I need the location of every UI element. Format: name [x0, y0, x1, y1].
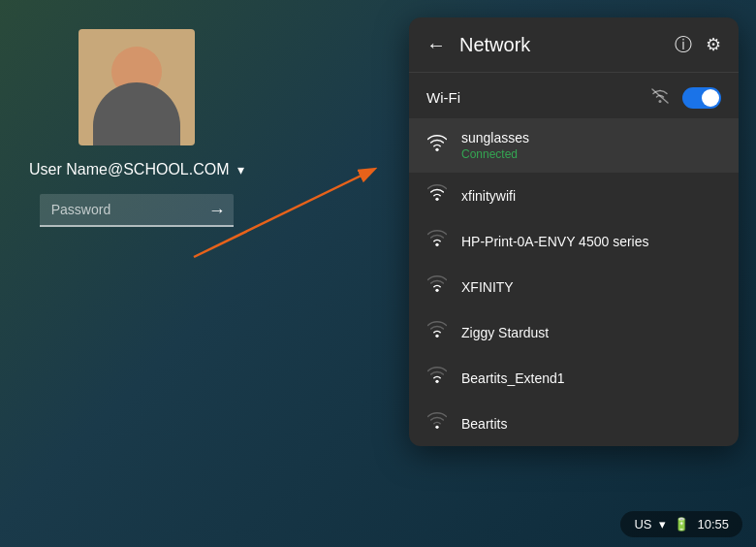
network-item[interactable]: xfinitywifi — [409, 173, 739, 218]
header-icons: ⓘ ⚙ — [675, 33, 721, 56]
wifi-icon — [426, 412, 448, 434]
network-item[interactable]: HP-Print-0A-ENVY 4500 series — [409, 218, 739, 264]
network-item[interactable]: Beartits_Extend1 — [409, 355, 739, 401]
wifi-controls — [649, 86, 721, 109]
username-label: User Name@SCHOOL.COM — [29, 161, 230, 178]
svg-point-6 — [435, 289, 438, 292]
back-button[interactable]: ← — [426, 34, 446, 56]
network-info: Beartits — [461, 416, 507, 432]
network-name: Ziggy Stardust — [461, 325, 549, 340]
network-info: XFINITY — [461, 279, 514, 295]
svg-point-3 — [435, 147, 438, 150]
submit-button[interactable]: → — [208, 201, 226, 221]
wifi-icon — [426, 184, 448, 207]
wifi-label: Wi-Fi — [426, 89, 460, 106]
network-panel: ← Network ⓘ ⚙ Wi-Fi — [409, 17, 739, 446]
wifi-section-header: Wi-Fi — [409, 73, 739, 118]
wifi-toggle[interactable] — [682, 87, 721, 109]
network-name: Beartits — [461, 416, 507, 432]
network-name: HP-Print-0A-ENVY 4500 series — [461, 234, 648, 249]
wifi-icon — [426, 321, 448, 343]
password-row: → — [40, 194, 234, 227]
network-name: xfinitywifi — [461, 188, 516, 204]
network-info: Beartits_Extend1 — [461, 370, 565, 386]
svg-point-5 — [435, 243, 438, 246]
password-input[interactable] — [40, 194, 234, 227]
svg-point-4 — [435, 198, 438, 201]
info-icon[interactable]: ⓘ — [675, 33, 692, 56]
network-item[interactable]: sunglasses Connected — [409, 118, 739, 173]
wifi-icon — [426, 135, 448, 157]
battery-taskbar-icon: 🔋 — [674, 517, 689, 531]
network-name: XFINITY — [461, 279, 514, 295]
panel-title: Network — [459, 34, 661, 56]
svg-point-9 — [435, 426, 438, 429]
region-label: US — [634, 517, 651, 531]
network-item[interactable]: Ziggy Stardust — [409, 309, 739, 355]
svg-point-7 — [435, 335, 438, 338]
login-area: User Name@SCHOOL.COM ▾ → — [29, 29, 244, 227]
user-dropdown-chevron[interactable]: ▾ — [237, 162, 244, 177]
network-item[interactable]: XFINITY — [409, 264, 739, 309]
time-label: 10:55 — [697, 517, 729, 531]
network-status: Connected — [461, 147, 529, 161]
wifi-icon — [426, 367, 448, 389]
network-name: sunglasses — [461, 130, 529, 145]
network-info: xfinitywifi — [461, 188, 516, 204]
network-info: HP-Print-0A-ENVY 4500 series — [461, 234, 648, 249]
network-name: Beartits_Extend1 — [461, 370, 565, 386]
taskbar: US ▾ 🔋 10:55 — [620, 511, 742, 537]
user-row: User Name@SCHOOL.COM ▾ — [29, 161, 244, 178]
network-item[interactable]: Beartits — [409, 401, 739, 446]
settings-icon[interactable]: ⚙ — [706, 34, 721, 55]
panel-header: ← Network ⓘ ⚙ — [409, 17, 739, 73]
network-info: sunglasses Connected — [461, 130, 529, 161]
svg-point-8 — [435, 380, 438, 383]
wifi-taskbar-icon: ▾ — [659, 517, 666, 531]
avatar — [79, 29, 195, 145]
wifi-icon — [426, 230, 448, 252]
network-list: sunglasses Connected xfinitywifi HP-Prin… — [409, 118, 739, 446]
wifi-icon — [426, 275, 448, 298]
network-info: Ziggy Stardust — [461, 325, 549, 340]
wifi-signal-icon — [649, 86, 671, 109]
